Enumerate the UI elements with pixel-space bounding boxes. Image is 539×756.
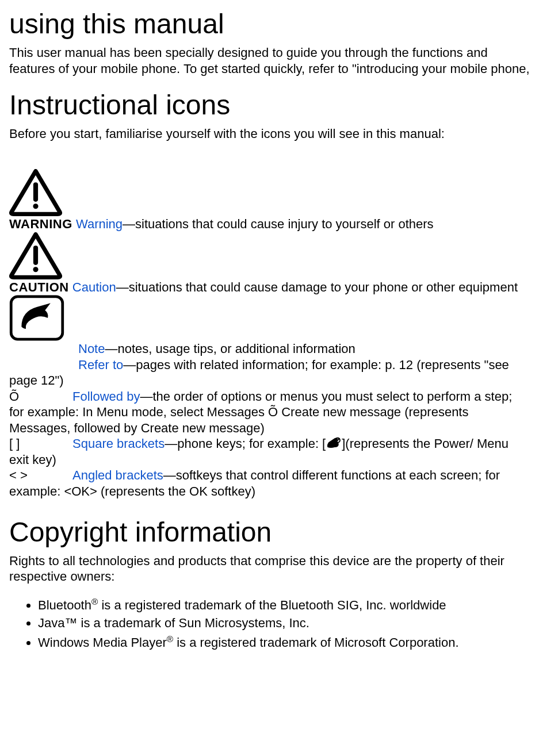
- svg-point-3: [33, 267, 38, 272]
- caution-text: —situations that could cause damage to y…: [116, 280, 518, 294]
- wmp-text-a: Windows Media Player: [38, 635, 167, 650]
- trademark-list: Bluetooth® is a registered trademark of …: [9, 596, 530, 651]
- square-brackets-label: Square brackets: [72, 436, 165, 451]
- wmp-text-b: is a registered trademark of Microsoft C…: [173, 635, 458, 650]
- bluetooth-registered-mark: ®: [91, 597, 98, 607]
- svg-rect-4: [11, 297, 63, 339]
- note-icon: [9, 295, 64, 341]
- power-key-icon: [326, 437, 342, 450]
- svg-point-1: [33, 204, 38, 209]
- bluetooth-text-a: Bluetooth: [38, 598, 91, 612]
- warning-line: WARNING Warning—situations that could ca…: [9, 216, 530, 232]
- angled-brackets-line: < >Angled brackets—softkeys that control…: [9, 467, 530, 499]
- followed-by-prefix: Õ: [9, 389, 72, 405]
- square-brackets-line: [ ]Square brackets—phone keys; for examp…: [9, 436, 530, 467]
- refer-label: Refer to: [78, 358, 123, 372]
- warning-icon-block: [9, 169, 530, 216]
- caution-line: CAUTION Caution—situations that could ca…: [9, 279, 530, 296]
- note-line: Note—notes, usage tips, or additional in…: [9, 341, 530, 357]
- list-item: Windows Media Player® is a registered tr…: [38, 634, 530, 651]
- followed-by-label: Followed by: [72, 389, 140, 404]
- warning-caption: WARNING: [9, 216, 72, 232]
- warning-text: —situations that could cause injury to y…: [123, 217, 434, 231]
- wmp-registered-mark: ®: [167, 634, 173, 644]
- warning-label: Warning: [76, 217, 123, 231]
- angled-brackets-prefix: < >: [9, 467, 72, 483]
- heading-copyright-information: Copyright information: [9, 515, 530, 550]
- heading-using-this-manual: using this manual: [9, 7, 530, 41]
- followed-by-line: ÕFollowed by—the order of options or men…: [9, 389, 530, 436]
- note-icon-block: [9, 295, 530, 341]
- note-text: —notes, usage tips, or additional inform…: [105, 341, 355, 356]
- bluetooth-text-b: is a registered trademark of the Bluetoo…: [98, 598, 446, 612]
- rights-paragraph: Rights to all technologies and products …: [9, 553, 530, 585]
- list-item: Java™ is a trademark of Sun Microsystems…: [38, 615, 530, 631]
- refer-to-line: Refer to—pages with related information;…: [9, 357, 530, 389]
- square-brackets-prefix: [ ]: [9, 436, 72, 452]
- intro-paragraph: This user manual has been specially desi…: [9, 45, 530, 76]
- caution-caption: CAUTION: [9, 279, 69, 296]
- square-brackets-text-a: —phone keys; for example: [: [165, 436, 326, 451]
- note-label: Note: [78, 341, 105, 356]
- before-you-start-paragraph: Before you start, familiarise yourself w…: [9, 126, 530, 142]
- caution-icon-block: [9, 232, 530, 279]
- caution-icon: [9, 232, 62, 279]
- list-item: Bluetooth® is a registered trademark of …: [38, 596, 530, 613]
- caution-label: Caution: [72, 280, 116, 294]
- angled-brackets-label: Angled brackets: [72, 468, 163, 482]
- warning-icon: [9, 169, 62, 216]
- heading-instructional-icons: Instructional icons: [9, 88, 530, 122]
